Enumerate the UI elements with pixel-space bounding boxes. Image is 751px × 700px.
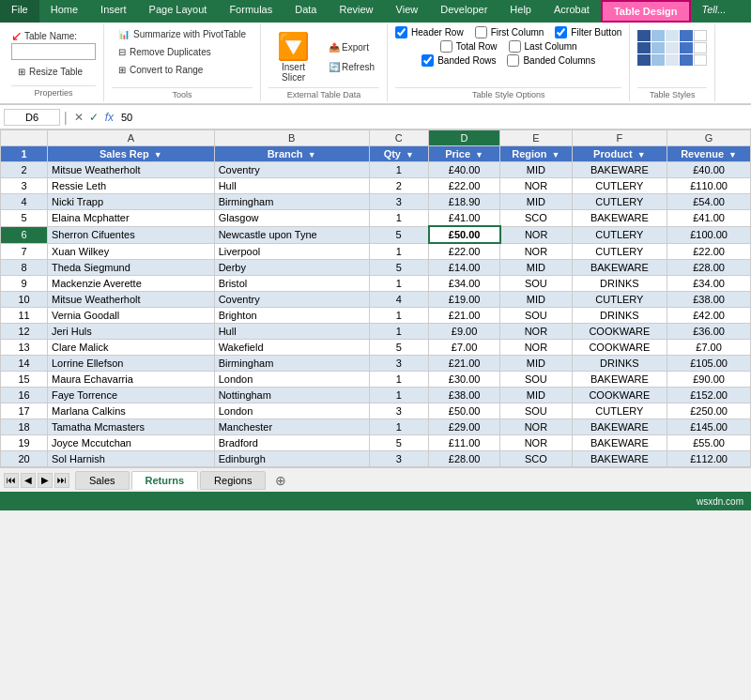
cell-6-3[interactable]: £50.00	[429, 226, 500, 243]
col-header-e[interactable]: E	[500, 130, 572, 146]
cell-20-1[interactable]: Edinburgh	[214, 451, 369, 467]
cell-11-2[interactable]: 1	[369, 308, 428, 324]
cell-18-6[interactable]: £145.00	[667, 419, 751, 435]
cell-9-3[interactable]: £34.00	[429, 276, 500, 292]
tab-review[interactable]: Review	[328, 0, 384, 23]
tab-acrobat[interactable]: Acrobat	[543, 0, 601, 23]
cell-13-1[interactable]: Wakefield	[214, 340, 369, 356]
cell-18-2[interactable]: 1	[369, 419, 428, 435]
sheet-tab-sales[interactable]: Sales	[75, 471, 130, 490]
header-price[interactable]: Price ▼	[429, 146, 500, 162]
col-header-d[interactable]: D	[429, 130, 500, 146]
resize-table-button[interactable]: ⊞ Resize Table	[11, 64, 96, 80]
cell-14-0[interactable]: Lorrine Ellefson	[48, 356, 215, 372]
tab-help[interactable]: Help	[498, 0, 543, 23]
cell-18-1[interactable]: Manchester	[214, 419, 369, 435]
header-revenue[interactable]: Revenue ▼	[667, 146, 751, 162]
last-sheet-button[interactable]: ⏭	[54, 473, 69, 488]
style-swatch[interactable]	[637, 30, 651, 41]
col-header-g[interactable]: G	[667, 130, 751, 146]
tab-developer[interactable]: Developer	[429, 0, 498, 23]
header-branch[interactable]: Branch ▼	[214, 146, 369, 162]
cell-5-5[interactable]: BAKEWARE	[572, 210, 667, 227]
cell-12-0[interactable]: Jeri Huls	[48, 324, 215, 340]
cell-10-1[interactable]: Coventry	[214, 292, 369, 308]
cell-11-1[interactable]: Brighton	[214, 308, 369, 324]
tab-page-layout[interactable]: Page Layout	[138, 0, 219, 23]
tab-data[interactable]: Data	[284, 0, 328, 23]
style-swatch[interactable]	[651, 54, 665, 66]
cell-9-4[interactable]: SOU	[500, 276, 572, 292]
cell-11-0[interactable]: Vernia Goodall	[48, 308, 215, 324]
cell-8-0[interactable]: Theda Siegmund	[48, 260, 215, 276]
cell-10-0[interactable]: Mitsue Weatherholt	[48, 292, 215, 308]
cell-6-6[interactable]: £100.00	[667, 226, 751, 243]
cell-12-6[interactable]: £36.00	[667, 324, 751, 340]
header-row-checkbox[interactable]	[395, 26, 407, 38]
cell-13-3[interactable]: £7.00	[429, 340, 500, 356]
cell-4-5[interactable]: CUTLERY	[572, 194, 667, 210]
confirm-formula-button[interactable]: ✓	[89, 111, 99, 124]
cell-2-3[interactable]: £40.00	[429, 162, 500, 178]
cell-16-3[interactable]: £38.00	[429, 388, 500, 403]
cell-7-4[interactable]: NOR	[500, 243, 572, 260]
cell-20-2[interactable]: 3	[369, 451, 428, 467]
cancel-formula-button[interactable]: ✕	[74, 111, 84, 124]
cell-18-5[interactable]: BAKEWARE	[572, 419, 667, 435]
cell-11-4[interactable]: SOU	[500, 308, 572, 324]
cell-4-2[interactable]: 3	[369, 194, 428, 210]
cell-15-4[interactable]: SOU	[500, 372, 572, 388]
col-header-a[interactable]: A	[48, 130, 215, 146]
cell-20-3[interactable]: £28.00	[429, 451, 500, 467]
first-column-checkbox-label[interactable]: First Column	[475, 26, 544, 38]
cell-2-5[interactable]: BAKEWARE	[572, 162, 667, 178]
cell-14-5[interactable]: DRINKS	[572, 356, 667, 372]
style-swatch[interactable]	[666, 42, 679, 53]
prev-sheet-button[interactable]: ◀	[21, 473, 36, 488]
style-swatch[interactable]	[637, 42, 651, 53]
refresh-button[interactable]: 🔄 Refresh	[324, 59, 379, 75]
cell-6-2[interactable]: 5	[369, 226, 428, 243]
style-swatch[interactable]	[680, 42, 693, 53]
style-swatch[interactable]	[637, 54, 651, 66]
filter-button-checkbox-label[interactable]: Filter Button	[555, 26, 621, 38]
cell-5-6[interactable]: £41.00	[667, 210, 751, 227]
banded-rows-checkbox[interactable]	[421, 54, 434, 67]
cell-reference-box[interactable]	[4, 109, 60, 126]
tab-tell[interactable]: Tell...	[691, 0, 738, 23]
header-sales-rep[interactable]: Sales Rep ▼	[48, 146, 215, 162]
insert-function-button[interactable]: fx	[105, 111, 114, 124]
cell-9-2[interactable]: 1	[369, 276, 428, 292]
cell-4-6[interactable]: £54.00	[667, 194, 751, 210]
cell-6-4[interactable]: NOR	[500, 226, 572, 243]
cell-13-4[interactable]: NOR	[500, 340, 572, 356]
style-swatch[interactable]	[651, 30, 665, 41]
cell-4-3[interactable]: £18.90	[429, 194, 500, 210]
tab-table-design[interactable]: Table Design	[601, 0, 691, 23]
cell-3-6[interactable]: £110.00	[667, 178, 751, 194]
cell-16-5[interactable]: COOKWARE	[572, 388, 667, 403]
col-header-b[interactable]: B	[214, 130, 369, 146]
cell-2-6[interactable]: £40.00	[667, 162, 751, 178]
sheet-tab-returns[interactable]: Returns	[131, 471, 199, 490]
cell-13-0[interactable]: Clare Malick	[48, 340, 215, 356]
col-header-f[interactable]: F	[572, 130, 667, 146]
cell-15-0[interactable]: Maura Echavarria	[48, 372, 215, 388]
style-swatch[interactable]	[694, 42, 707, 53]
cell-2-4[interactable]: MID	[500, 162, 572, 178]
next-sheet-button[interactable]: ▶	[38, 473, 53, 488]
total-row-checkbox-label[interactable]: Total Row	[440, 40, 498, 53]
cell-6-5[interactable]: CUTLERY	[572, 226, 667, 243]
cell-3-0[interactable]: Ressie Leth	[48, 178, 215, 194]
banded-columns-checkbox[interactable]	[507, 54, 519, 67]
cell-7-0[interactable]: Xuan Wilkey	[48, 243, 215, 260]
cell-17-5[interactable]: CUTLERY	[572, 403, 667, 419]
cell-2-2[interactable]: 1	[369, 162, 428, 178]
cell-6-1[interactable]: Newcastle upon Tyne	[214, 226, 369, 243]
cell-14-6[interactable]: £105.00	[667, 356, 751, 372]
style-swatch[interactable]	[666, 54, 679, 66]
cell-20-4[interactable]: SCO	[500, 451, 572, 467]
cell-8-6[interactable]: £28.00	[667, 260, 751, 276]
cell-19-2[interactable]: 5	[369, 435, 428, 451]
cell-5-4[interactable]: SCO	[500, 210, 572, 227]
